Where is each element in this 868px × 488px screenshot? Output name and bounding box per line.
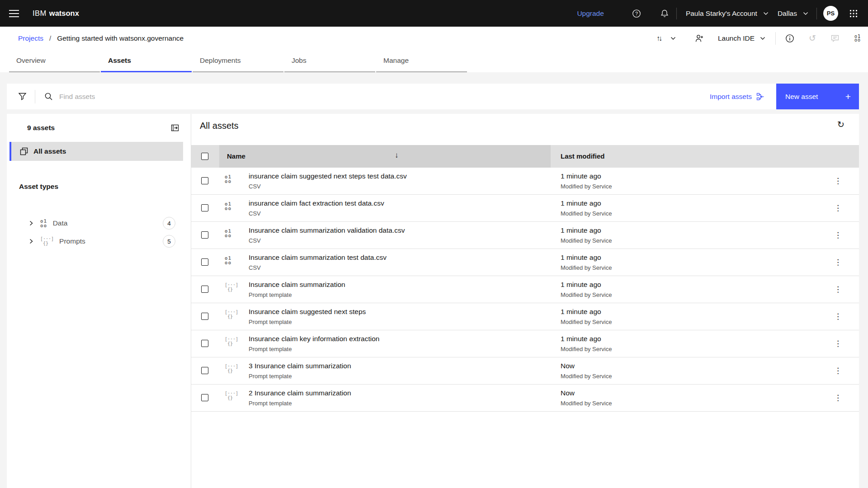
data-asset-icon: o1oo xyxy=(225,202,232,211)
sidebar-item-prompts[interactable]: [···]{}Prompts5 xyxy=(7,232,191,250)
asset-name[interactable]: 2 Insurance claim summarization xyxy=(249,389,351,397)
tab-manage[interactable]: Manage xyxy=(376,50,467,72)
table-row[interactable]: o1ooinsurance claim suggested next steps… xyxy=(191,168,859,195)
launch-ide-button[interactable]: Launch IDE xyxy=(718,34,765,42)
avatar[interactable]: PS xyxy=(823,6,838,21)
select-all-checkbox[interactable] xyxy=(201,153,208,160)
chevron-right-icon[interactable] xyxy=(29,221,33,226)
notifications-bell-icon[interactable] xyxy=(659,8,670,19)
asset-name[interactable]: insurance claim fact extraction test dat… xyxy=(249,199,384,207)
overflow-menu-icon[interactable]: ⋮ xyxy=(834,339,842,348)
table-row[interactable]: o1ooInsurance claim summarization valida… xyxy=(191,222,859,249)
launch-ide-label: Launch IDE xyxy=(718,34,755,42)
asset-type-label: CSV xyxy=(249,237,261,244)
row-checkbox[interactable] xyxy=(201,313,208,320)
menu-hamburger-icon[interactable] xyxy=(9,10,19,17)
filter-icon[interactable] xyxy=(18,92,27,101)
data-assets-panel-icon[interactable]: o1oo xyxy=(853,33,863,43)
account-label: Paula Starky's Account xyxy=(686,9,757,18)
table-row[interactable]: o1ooinsurance claim fact extraction test… xyxy=(191,195,859,222)
column-header-last-modified[interactable]: Last modified xyxy=(561,152,605,160)
sidebar-item-all-assets[interactable]: All assets xyxy=(9,142,183,161)
asset-name[interactable]: Insurance claim summarization test data.… xyxy=(249,253,387,262)
tab-assets[interactable]: Assets xyxy=(101,50,192,72)
last-modified: 1 minute ago xyxy=(561,281,601,289)
arrows-vertical-icon[interactable]: ↑↓ xyxy=(654,33,664,43)
modified-by: Modified by Service xyxy=(561,264,612,271)
stacked-assets-icon xyxy=(20,147,28,155)
chevron-down-icon xyxy=(760,37,765,40)
row-checkbox[interactable] xyxy=(201,394,208,401)
collapse-panel-icon[interactable] xyxy=(171,124,179,132)
add-collaborator-icon[interactable] xyxy=(694,33,704,43)
info-icon[interactable] xyxy=(785,33,795,43)
toolbar-divider xyxy=(35,90,35,103)
tab-deployments[interactable]: Deployments xyxy=(193,50,283,72)
region-switcher[interactable]: Dallas xyxy=(778,9,808,18)
search-input[interactable] xyxy=(59,93,285,101)
assets-sidebar: 9 assets All assets Asset types o1ooData… xyxy=(7,114,191,488)
table-row[interactable]: [···]{}3 Insurance claim summarizationPr… xyxy=(191,357,859,385)
table-row[interactable]: [···]{}Insurance claim key information e… xyxy=(191,330,859,357)
data-asset-icon: o1oo xyxy=(225,174,232,183)
last-modified: 1 minute ago xyxy=(561,172,601,180)
row-checkbox[interactable] xyxy=(201,204,208,211)
row-checkbox[interactable] xyxy=(201,340,208,347)
asset-type-label: Prompt template xyxy=(249,291,292,298)
assets-count-label: 9 assets xyxy=(27,124,55,132)
asset-name[interactable]: Insurance claim key information extracti… xyxy=(249,335,379,343)
new-asset-button[interactable]: New asset + xyxy=(776,84,859,109)
import-assets-label: Import assets xyxy=(710,93,752,101)
prompt-template-icon: [···]{} xyxy=(225,283,238,292)
chevron-down-icon[interactable] xyxy=(668,33,678,43)
row-checkbox[interactable] xyxy=(201,177,208,184)
history-icon: ↺ xyxy=(807,33,817,43)
overflow-menu-icon[interactable]: ⋮ xyxy=(834,285,842,294)
last-modified: 1 minute ago xyxy=(561,253,601,262)
help-icon[interactable]: ? xyxy=(631,8,642,19)
apps-grid-icon[interactable] xyxy=(848,8,859,19)
asset-name[interactable]: Insurance claim summarization validation… xyxy=(249,226,405,235)
row-checkbox[interactable] xyxy=(201,258,208,266)
import-assets-button[interactable]: Import assets xyxy=(710,93,764,101)
overflow-menu-icon[interactable]: ⋮ xyxy=(834,312,842,321)
table-row[interactable]: o1ooInsurance claim summarization test d… xyxy=(191,249,859,276)
upgrade-link[interactable]: Upgrade xyxy=(577,9,604,18)
asset-name[interactable]: 3 Insurance claim summarization xyxy=(249,362,351,370)
row-checkbox[interactable] xyxy=(201,231,208,239)
new-asset-label: New asset xyxy=(785,93,818,101)
overflow-menu-icon[interactable]: ⋮ xyxy=(834,203,842,213)
asset-name[interactable]: Insurance claim summarization xyxy=(249,281,345,289)
last-modified: 1 minute ago xyxy=(561,335,601,343)
modified-by: Modified by Service xyxy=(561,373,612,380)
overflow-menu-icon[interactable]: ⋮ xyxy=(834,258,842,267)
table-row[interactable]: [···]{}2 Insurance claim summarizationPr… xyxy=(191,385,859,412)
row-checkbox[interactable] xyxy=(201,367,208,374)
breadcrumb-projects-link[interactable]: Projects xyxy=(18,34,43,42)
chevron-right-icon[interactable] xyxy=(29,239,33,244)
sidebar-item-data[interactable]: o1ooData4 xyxy=(7,214,191,232)
modified-by: Modified by Service xyxy=(561,210,612,217)
table-row[interactable]: [···]{}Insurance claim summarizationProm… xyxy=(191,276,859,303)
table-row[interactable]: [···]{}Insurance claim suggested next st… xyxy=(191,303,859,330)
sort-descending-icon[interactable]: ↓ xyxy=(395,151,399,160)
asset-name[interactable]: Insurance claim suggested next steps xyxy=(249,308,366,316)
header-divider xyxy=(816,8,817,19)
row-checkbox[interactable] xyxy=(201,286,208,293)
column-header-name[interactable]: Name xyxy=(227,152,245,160)
assets-main: All assets ↻ Name ↓ Last modified o1ooin… xyxy=(191,114,859,488)
tab-overview[interactable]: Overview xyxy=(9,50,100,72)
refresh-icon[interactable]: ↻ xyxy=(837,120,844,129)
overflow-menu-icon[interactable]: ⋮ xyxy=(834,176,842,186)
header-divider xyxy=(676,8,677,19)
asset-type-label: CSV xyxy=(249,210,261,217)
account-switcher[interactable]: Paula Starky's Account xyxy=(686,9,769,18)
overflow-menu-icon[interactable]: ⋮ xyxy=(834,230,842,240)
table-header: Name ↓ Last modified xyxy=(191,145,859,168)
asset-name[interactable]: insurance claim suggested next steps tes… xyxy=(249,172,407,180)
overflow-menu-icon[interactable]: ⋮ xyxy=(834,366,842,375)
last-modified: Now xyxy=(561,389,575,397)
tab-jobs[interactable]: Jobs xyxy=(284,50,375,72)
overflow-menu-icon[interactable]: ⋮ xyxy=(834,393,842,403)
asset-type-label: Prompt template xyxy=(249,373,292,380)
